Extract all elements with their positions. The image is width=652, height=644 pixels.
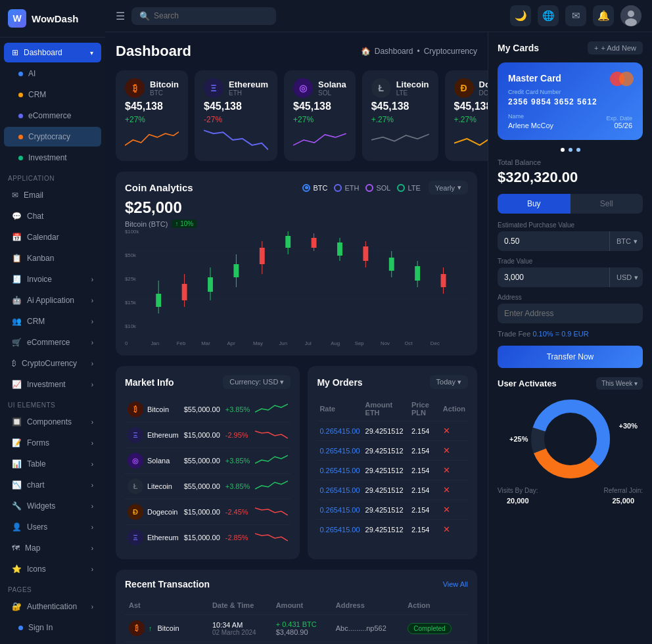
sidebar-item-crm[interactable]: CRM [4, 85, 101, 104]
sidebar-item-chat[interactable]: 💬 Chat [4, 206, 101, 226]
delete-order-button[interactable]: ✕ [443, 485, 450, 495]
chevron-right-icon: › [91, 318, 93, 325]
sidebar-item-icons[interactable]: ⭐ Icons › [4, 559, 101, 579]
sell-tab[interactable]: Sell [570, 194, 643, 214]
sidebar-item-users[interactable]: 👤 Users › [4, 517, 101, 537]
market-row-chart [252, 397, 291, 423]
sidebar-item-signin[interactable]: Sign In [4, 618, 101, 637]
chevron-right-icon: › [91, 360, 93, 367]
svg-text:0: 0 [125, 340, 128, 346]
sidebar-item-signup[interactable]: sign Up [4, 639, 101, 644]
sidebar-item-email[interactable]: ✉ Email [4, 185, 101, 205]
coin-card-ethereum[interactable]: Ξ Ethereum ETH $45,138 -27% [195, 70, 277, 161]
pages-label: Pages [0, 580, 105, 596]
coin-card-bitcoin[interactable]: ₿ Bitcoin BTC $45,138 +27% [116, 70, 188, 161]
notifications-button[interactable]: 🔔 [593, 5, 614, 26]
coin-card-dogecoin[interactable]: Ð Dogecoin DOGE $45,138 +.27% [445, 70, 488, 161]
coin-cards: ₿ Bitcoin BTC $45,138 +27% [116, 70, 477, 161]
sidebar-item-widgets[interactable]: 🔧 Widgets › [4, 496, 101, 516]
sidebar-item-calendar[interactable]: 📅 Calendar [4, 227, 101, 247]
btc-suffix[interactable]: BTC ▾ [609, 231, 643, 251]
svg-text:Jun: Jun [279, 340, 287, 346]
view-all-link[interactable]: View All [443, 580, 468, 588]
svg-rect-26 [285, 236, 291, 248]
buy-sell-tabs: Buy Sell [498, 194, 643, 214]
master-card[interactable]: Master Card Credit Card Number 2356 9854… [498, 62, 643, 140]
ethereum-icon: Ξ [204, 78, 223, 98]
transfer-now-button[interactable]: Transfer Now [498, 346, 643, 368]
hamburger-menu[interactable]: ☰ [116, 10, 125, 22]
delete-order-button[interactable]: ✕ [443, 465, 450, 475]
buy-tab[interactable]: Buy [498, 194, 570, 214]
svg-rect-32 [363, 246, 368, 261]
sidebar-item-components[interactable]: 🔲 Components › [4, 412, 101, 432]
week-dropdown[interactable]: This Week ▾ [596, 377, 643, 390]
sidebar-item-investment[interactable]: Investment [4, 148, 101, 168]
svg-text:Jan: Jan [151, 340, 159, 346]
tab-btc[interactable]: BTC [302, 184, 327, 192]
sidebar-item-investment2[interactable]: 📈 Investment › [4, 375, 101, 394]
sidebar-item-invoice[interactable]: 🧾 Invoice › [4, 269, 101, 289]
market-row-name: Ð Dogecoin [128, 504, 179, 520]
chevron-right-icon: › [91, 276, 93, 283]
sidebar-item-cryptocurrency2[interactable]: ₿ CryptoCurrency › [4, 354, 101, 373]
sidebar-item-forms[interactable]: 📝 Forms › [4, 433, 101, 453]
delete-order-button[interactable]: ✕ [443, 524, 450, 534]
delete-order-button[interactable]: ✕ [443, 505, 450, 515]
svg-text:$25k: $25k [125, 276, 136, 282]
sidebar-item-map[interactable]: 🗺 Map › [4, 538, 101, 558]
tx-datetime: 10:34 AM 02 March 2024 [208, 615, 272, 642]
users-icon: 👤 [12, 522, 22, 532]
avatar[interactable] [620, 5, 641, 26]
sidebar-item-kanban[interactable]: 📋 Kanban [4, 248, 101, 268]
svg-rect-28 [312, 238, 317, 248]
usd-suffix[interactable]: USD ▾ [609, 267, 643, 287]
order-amount: 29.4251512 [363, 500, 409, 520]
delete-order-button[interactable]: ✕ [443, 446, 450, 455]
chevron-right-icon: › [91, 419, 93, 426]
analytics-header: Coin Analytics BTC ETH SOL [125, 181, 468, 195]
market-row-change: -2.85% [223, 525, 253, 551]
tab-sol[interactable]: SOL [365, 184, 390, 192]
order-row: 0.265415.00 29.4251512 2.154 ✕ [317, 520, 468, 540]
svg-rect-24 [260, 248, 265, 264]
coin-card-solana[interactable]: ◎ Solana SOL $45,138 +27% [284, 70, 356, 161]
tab-lte[interactable]: LTE [397, 184, 420, 192]
market-row: Ð Dogecoin $15,000.00 -2.45% [125, 499, 291, 525]
theme-toggle-button[interactable]: 🌙 [510, 5, 531, 26]
search-input[interactable] [154, 11, 268, 20]
today-dropdown[interactable]: Today ▾ [430, 375, 468, 389]
sidebar-item-ecommerce[interactable]: eCommerce [4, 106, 101, 126]
sidebar-item-crm2[interactable]: 👥 CRM › [4, 311, 101, 331]
order-rate: 0.265415.00 [317, 500, 362, 520]
sidebar-item-ai[interactable]: AI [4, 64, 101, 83]
add-new-card-button[interactable]: + + Add New [588, 41, 643, 55]
address-input[interactable] [498, 304, 643, 323]
trade-value-input[interactable] [498, 267, 609, 287]
market-header: Market Info Currency: USD ▾ [125, 375, 291, 389]
market-row-change: -2.95% [223, 423, 253, 448]
chevron-right-icon: › [91, 545, 93, 552]
invoice-icon: 🧾 [12, 275, 22, 284]
language-button[interactable]: 🌐 [538, 5, 559, 26]
email-icon: ✉ [12, 191, 18, 200]
sidebar-item-ecommerce2[interactable]: 🛒 eCommerce › [4, 333, 101, 352]
sidebar-item-ai-app[interactable]: 🤖 Ai Application › [4, 290, 101, 310]
svg-point-2 [625, 18, 637, 26]
order-price: 2.154 [409, 520, 440, 540]
sidebar-item-table[interactable]: 📊 Table › [4, 454, 101, 474]
sidebar-item-cryptocurrency[interactable]: Cryptocracy [4, 127, 101, 147]
coin-card-litecoin[interactable]: Ł Litecoin LTE $45,138 +.27% [362, 70, 438, 161]
yearly-dropdown[interactable]: Yearly ▾ [429, 181, 468, 195]
svg-rect-22 [233, 264, 239, 277]
tab-eth[interactable]: ETH [334, 184, 359, 192]
delete-order-button[interactable]: ✕ [443, 426, 450, 436]
forms-icon: 📝 [12, 438, 22, 448]
sidebar-item-dashboard[interactable]: ⊞ Dashboard ▾ [4, 43, 101, 62]
sidebar-item-auth[interactable]: 🔐 Authentication › [4, 597, 101, 616]
currency-dropdown[interactable]: Currency: USD ▾ [223, 375, 291, 389]
svg-text:Apr: Apr [227, 340, 236, 346]
estimated-value-input[interactable] [498, 231, 609, 251]
sidebar-item-chart[interactable]: 📉 chart › [4, 475, 101, 495]
messages-button[interactable]: ✉ [565, 5, 586, 26]
